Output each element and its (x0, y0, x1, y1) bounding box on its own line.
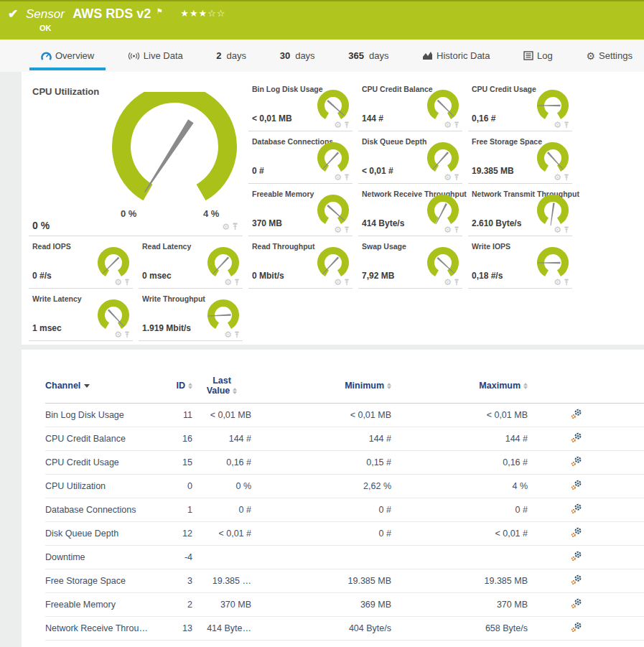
tab-historic-data[interactable]: Historic Data (421, 47, 491, 64)
cell-channel[interactable]: CPU Credit Balance (45, 434, 171, 444)
pin-icon[interactable] (234, 279, 240, 287)
gear-icon[interactable]: ⚙ (444, 225, 452, 234)
gauge-tile-write-latency[interactable]: Write Latency 1 msec ⚙ (29, 289, 139, 341)
gauge-tile-cpu-credit-balance[interactable]: CPU Credit Balance 144 # ⚙ (358, 79, 468, 131)
gauge-tile-swap-usage[interactable]: Swap Usage 7,92 MB ⚙ (358, 236, 468, 289)
gear-icon[interactable]: ⚙ (114, 278, 122, 287)
cell-channel[interactable]: Network Receive Throu… (45, 623, 171, 633)
tab-live-data[interactable]: Live Data (126, 47, 185, 64)
pin-icon[interactable] (564, 279, 569, 287)
gauge-tile-freeable-memory[interactable]: Freeable Memory 370 MB ⚙ (248, 184, 358, 236)
tab-30-days[interactable]: 30 days (279, 47, 317, 64)
table-row[interactable]: Network Receive Throu… 13 414 Byte… 404 … (45, 617, 644, 641)
pin-icon[interactable] (564, 226, 569, 234)
col-channel[interactable]: Channel (45, 381, 171, 391)
channel-settings-icon[interactable] (571, 574, 582, 585)
channel-settings-icon[interactable] (571, 456, 582, 467)
cell-channel[interactable]: CPU Utilization (45, 481, 171, 491)
gear-icon[interactable]: ⚙ (222, 223, 230, 231)
gauge-tile-write-throughput[interactable]: Write Throughput 1.919 Mbit/s ⚙ (139, 289, 248, 341)
channel-settings-icon[interactable] (571, 432, 582, 443)
gauge (315, 194, 351, 227)
gauge-tile-database-connections[interactable]: Database Connections 0 # ⚙ (248, 131, 358, 184)
col-id[interactable]: ID (171, 381, 192, 391)
gear-icon[interactable]: ⚙ (334, 225, 342, 234)
gear-icon[interactable]: ⚙ (444, 278, 452, 287)
cell-channel[interactable]: CPU Credit Usage (45, 457, 171, 467)
gear-icon[interactable]: ⚙ (224, 330, 232, 339)
pin-icon[interactable] (344, 121, 350, 129)
pin-icon[interactable] (564, 174, 569, 182)
gauge-tile-read-latency[interactable]: Read Latency 0 msec ⚙ (139, 236, 248, 289)
flag-icon[interactable]: ⚑ (157, 7, 163, 15)
table-row[interactable]: Freeable Memory 2 370 MB 369 MB 370 MB (45, 593, 644, 617)
gear-icon[interactable]: ⚙ (334, 173, 342, 182)
tab-365-days[interactable]: 365 days (347, 47, 390, 64)
cell-channel[interactable]: Downtime (45, 552, 171, 562)
table-row[interactable]: Disk Queue Depth 12 < 0,01 # 0 # < 0,01 … (45, 522, 644, 546)
cell-minimum: 2,62 % (251, 481, 391, 491)
pin-icon[interactable] (454, 121, 459, 129)
gear-icon[interactable]: ⚙ (334, 121, 342, 129)
gear-icon[interactable]: ⚙ (554, 121, 561, 129)
gear-icon[interactable]: ⚙ (114, 330, 122, 339)
tab-2-days[interactable]: 2 days (215, 47, 248, 64)
cell-channel[interactable]: Database Connections (45, 505, 171, 515)
cell-channel[interactable]: Disk Queue Depth (45, 529, 171, 539)
pin-icon[interactable] (454, 279, 459, 287)
tab-overview[interactable]: Overview (39, 47, 95, 64)
cell-channel[interactable]: Freeable Memory (45, 600, 171, 610)
pin-icon[interactable] (344, 226, 350, 234)
pin-icon[interactable] (344, 174, 350, 182)
gauge-tile-bin-log-disk-usage[interactable]: Bin Log Disk Usage < 0,01 MB ⚙ (248, 79, 358, 131)
gauge-tile-network-transmit-throughput[interactable]: Network Transmit Throughput 2.610 Byte/s… (468, 184, 578, 236)
cell-last-value: 414 Byte… (192, 623, 251, 633)
pin-icon[interactable] (454, 226, 459, 234)
gauge-tile-cpu-credit-usage[interactable]: CPU Credit Usage 0,16 # ⚙ (468, 79, 578, 131)
gauge-tile-disk-queue-depth[interactable]: Disk Queue Depth < 0,01 # ⚙ (358, 131, 468, 184)
channel-settings-icon[interactable] (571, 503, 582, 514)
pin-icon[interactable] (124, 331, 130, 339)
pin-icon[interactable] (454, 174, 459, 182)
gauge-tile-read-iops[interactable]: Read IOPS 0 #/s ⚙ (29, 236, 139, 289)
channel-settings-icon[interactable] (571, 622, 582, 633)
channel-settings-icon[interactable] (571, 480, 582, 490)
table-row[interactable]: CPU Utilization 0 0 % 2,62 % 4 % (45, 475, 644, 498)
gauge-tile-write-iops[interactable]: Write IOPS 0,18 #/s ⚙ (468, 236, 578, 289)
table-row[interactable]: Free Storage Space 3 19.385 … 19.385 MB … (45, 569, 644, 593)
gear-icon[interactable]: ⚙ (224, 278, 232, 287)
priority-stars[interactable]: ★★★☆☆ (180, 8, 225, 19)
channel-settings-icon[interactable] (571, 598, 582, 609)
gear-icon[interactable]: ⚙ (334, 278, 342, 287)
gauge (315, 246, 351, 279)
table-row[interactable]: Downtime -4 (45, 546, 644, 569)
cell-channel[interactable]: Free Storage Space (45, 576, 171, 586)
col-minimum[interactable]: Minimum (251, 381, 391, 391)
pin-icon[interactable] (124, 279, 130, 287)
gear-icon[interactable]: ⚙ (444, 121, 452, 129)
pin-icon[interactable] (564, 121, 569, 129)
pin-icon[interactable] (232, 223, 238, 231)
gear-icon[interactable]: ⚙ (554, 278, 561, 287)
channel-settings-icon[interactable] (571, 551, 582, 562)
table-row[interactable]: Database Connections 1 0 # 0 # 0 # (45, 498, 644, 522)
gauge-tile-free-storage-space[interactable]: Free Storage Space 19.385 MB ⚙ (468, 131, 578, 184)
tab-settings[interactable]: ⚙ Settings (584, 47, 634, 65)
gear-icon[interactable]: ⚙ (554, 225, 561, 234)
channel-settings-icon[interactable] (571, 527, 582, 538)
col-maximum[interactable]: Maximum (391, 381, 528, 391)
table-row[interactable]: CPU Credit Usage 15 0,16 # 0,15 # 0,16 # (45, 451, 644, 475)
gauge-tile-cpu-utilization[interactable]: CPU Utilization 0 % 4 % 0 % ⚙ (29, 79, 248, 236)
tab-log[interactable]: Log (522, 47, 554, 64)
cell-channel[interactable]: Bin Log Disk Usage (45, 410, 171, 420)
channel-settings-icon[interactable] (571, 409, 582, 419)
gear-icon[interactable]: ⚙ (444, 173, 452, 182)
col-last-value[interactable]: Last Value (192, 376, 251, 396)
pin-icon[interactable] (344, 279, 350, 287)
table-row[interactable]: Bin Log Disk Usage 11 < 0,01 MB < 0,01 M… (45, 404, 644, 427)
table-row[interactable]: CPU Credit Balance 16 144 # 144 # 144 # (45, 427, 644, 451)
gauge-tile-read-throughput[interactable]: Read Throughput 0 Mbit/s ⚙ (248, 236, 358, 289)
gear-icon[interactable]: ⚙ (554, 173, 561, 182)
gauge-tile-network-receive-throughput[interactable]: Network Receive Throughput 414 Byte/s ⚙ (358, 184, 468, 236)
pin-icon[interactable] (234, 331, 240, 339)
